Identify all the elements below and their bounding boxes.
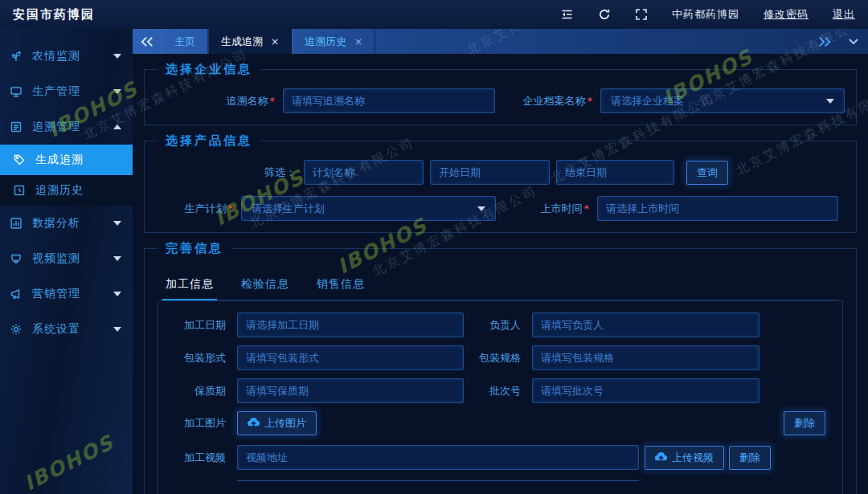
- tab-generate-trace[interactable]: 生成追溯 ×: [208, 29, 292, 54]
- sidebar-item-video-monitor[interactable]: 视频监测: [0, 241, 133, 276]
- field-label: 批次号: [464, 384, 532, 398]
- required-mark: *: [228, 202, 234, 214]
- field-label: 企业档案名称*: [495, 94, 600, 108]
- field-label: 加工图片: [158, 416, 237, 431]
- subtab-sales-info[interactable]: 销售信息: [313, 271, 368, 300]
- tabbar-spacer: [375, 29, 810, 54]
- caret-down-icon: [826, 99, 834, 104]
- form-row: 加工视频 上传视频 删除: [158, 445, 842, 470]
- section-title: 完善信息: [158, 241, 231, 256]
- search-button[interactable]: 查询: [686, 161, 728, 185]
- delete-image-button[interactable]: 删除: [784, 411, 825, 435]
- form-row: 追溯名称* 企业档案名称* 请选择企业档案: [156, 88, 845, 113]
- form-row: 加工图片 上传图片 删除: [158, 411, 842, 435]
- chevron-down-icon: [113, 221, 121, 226]
- select-value: 请选择生产计划: [252, 202, 477, 216]
- generate-trace-icon: [13, 153, 26, 166]
- fullscreen-icon[interactable]: [635, 8, 648, 21]
- subtab-process-info[interactable]: 加工信息: [162, 271, 217, 300]
- field-label: 保质期: [158, 384, 237, 398]
- change-password-link[interactable]: 修改密码: [764, 7, 809, 22]
- org-name: 中药都药博园: [672, 7, 739, 22]
- tab-home[interactable]: 主页: [162, 29, 208, 54]
- sidebar-item-marketing-manage[interactable]: 营销管理: [0, 276, 133, 312]
- end-date-input[interactable]: [556, 160, 674, 185]
- upload-image-button[interactable]: 上传图片: [237, 411, 317, 435]
- sidebar-item-label: 营销管理: [32, 287, 113, 301]
- close-icon[interactable]: ×: [271, 37, 279, 47]
- sidebar-item-data-analysis[interactable]: 数据分析: [0, 206, 133, 241]
- video-url-input[interactable]: [237, 445, 639, 470]
- refresh-icon[interactable]: [598, 8, 611, 21]
- field-label: 包装规格: [464, 351, 532, 365]
- batch-no-input[interactable]: [532, 378, 760, 403]
- chevron-down-icon: [113, 292, 121, 296]
- sprout-icon: [10, 50, 23, 63]
- trace-name-input[interactable]: [283, 88, 495, 113]
- close-icon[interactable]: ×: [354, 37, 362, 47]
- tabs-scroll-left-icon[interactable]: [133, 29, 162, 54]
- shelf-life-input[interactable]: [237, 378, 464, 403]
- caret-down-icon: [477, 206, 485, 211]
- process-info-panel: 加工日期 负责人 包装形式 包装规格 保质期 批次号: [158, 300, 843, 494]
- tab-label: 追溯历史: [305, 35, 346, 49]
- form-row: 加工日期 负责人: [158, 312, 842, 337]
- section-product-info: 选择产品信息 筛选： 查询 生产计划* 请选择生产计划 上: [144, 133, 857, 233]
- sidebar-item-system-settings[interactable]: 系统设置: [0, 312, 133, 347]
- tabs-menu-chevron-down-icon[interactable]: [839, 29, 868, 54]
- tab-trace-history[interactable]: 追溯历史 ×: [292, 29, 375, 54]
- form-row: 保质期 批次号: [158, 378, 842, 403]
- sidebar-item-label: 生产管理: [32, 84, 113, 99]
- field-label: 加工日期: [158, 318, 237, 333]
- tabs-scroll-right-icon[interactable]: [810, 29, 839, 54]
- start-date-input[interactable]: [430, 160, 550, 185]
- section-title: 选择产品信息: [158, 133, 260, 149]
- topbar: 安国市药博园 中药都药博园 修改密码 退出: [0, 0, 868, 29]
- section-complete-info: 完善信息 加工信息 检验信息 销售信息 加工日期 负责人 包装形式: [144, 241, 857, 494]
- main-layout: 农情监测 生产管理 追溯管理 生成追溯: [0, 29, 868, 494]
- market-time-input[interactable]: [597, 196, 838, 221]
- next-input-cutoff: [237, 480, 639, 482]
- sidebar-item-label: 追溯历史: [35, 183, 121, 198]
- delete-video-button[interactable]: 删除: [729, 446, 771, 470]
- chevron-down-icon: [113, 256, 121, 261]
- sidebar: 农情监测 生产管理 追溯管理 生成追溯: [0, 29, 133, 494]
- camera-icon: [10, 252, 23, 265]
- plan-name-input[interactable]: [304, 160, 424, 185]
- menu-fold-icon[interactable]: [560, 8, 574, 21]
- form-row: 生产计划* 请选择生产计划 上市时间*: [156, 196, 845, 221]
- package-form-input[interactable]: [237, 345, 464, 370]
- section-company-info: 选择企业信息 追溯名称* 企业档案名称* 请选择企业档案: [144, 62, 857, 125]
- subtab-inspect-info[interactable]: 检验信息: [238, 271, 293, 300]
- field-label: 包装形式: [158, 351, 237, 365]
- upload-video-button[interactable]: 上传视频: [645, 446, 724, 470]
- sidebar-item-agri-monitor[interactable]: 农情监测: [0, 39, 133, 74]
- sidebar-item-production-manage[interactable]: 生产管理: [0, 74, 133, 109]
- tab-label: 主页: [174, 35, 195, 49]
- enterprise-archive-select[interactable]: 请选择企业档案: [600, 88, 845, 113]
- required-mark: *: [584, 202, 590, 214]
- chart-icon: [10, 217, 23, 230]
- topbar-actions: 中药都药博园 修改密码 退出: [560, 7, 855, 22]
- sidebar-item-generate-trace[interactable]: 生成追溯: [0, 145, 133, 175]
- sidebar-item-label: 视频监测: [32, 251, 113, 266]
- sidebar-item-label: 系统设置: [32, 322, 113, 337]
- tab-label: 生成追溯: [221, 35, 263, 49]
- megaphone-icon: [10, 288, 23, 300]
- sidebar-item-trace-manage[interactable]: 追溯管理: [0, 109, 133, 145]
- package-spec-input[interactable]: [532, 345, 760, 370]
- info-subtabs: 加工信息 检验信息 销售信息: [162, 271, 838, 300]
- sidebar-item-trace-history[interactable]: 追溯历史: [0, 175, 133, 206]
- logout-link[interactable]: 退出: [833, 7, 855, 22]
- select-value: 请选择企业档案: [611, 94, 826, 108]
- chevron-up-icon: [113, 125, 121, 129]
- manager-input[interactable]: [532, 312, 760, 337]
- production-plan-select[interactable]: 请选择生产计划: [241, 196, 496, 221]
- history-icon: [13, 184, 26, 197]
- field-label: 上市时间*: [496, 202, 597, 216]
- page-content: 选择企业信息 追溯名称* 企业档案名称* 请选择企业档案 选择产品信息 筛选：: [133, 54, 868, 494]
- filter-label: 筛选：: [156, 165, 304, 180]
- process-date-input[interactable]: [237, 312, 464, 337]
- gear-icon: [10, 323, 23, 336]
- sidebar-item-label: 数据分析: [32, 216, 113, 231]
